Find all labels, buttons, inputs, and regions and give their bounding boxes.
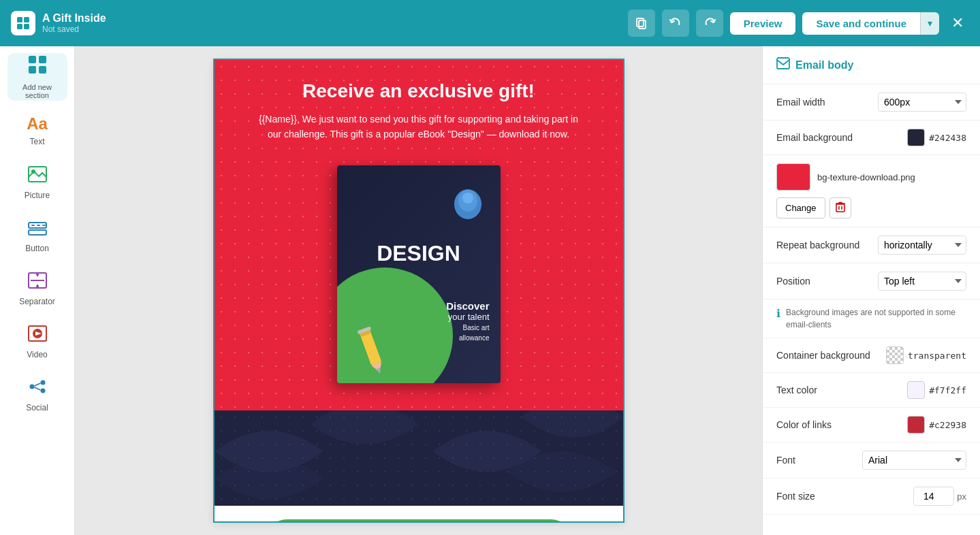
- font-size-label: Font size: [776, 491, 815, 502]
- sidebar-item-add-section[interactable]: Add newsection: [7, 53, 67, 101]
- svg-rect-2: [17, 24, 22, 29]
- email-background-control: #242438: [907, 129, 966, 146]
- app-status: Not saved: [42, 25, 106, 34]
- color-of-links-label: Color of links: [776, 419, 832, 430]
- text-color-row: Text color #f7f2ff: [763, 373, 980, 408]
- svg-rect-1: [24, 17, 29, 22]
- container-background-swatch[interactable]: [886, 346, 904, 364]
- book-container: DESIGN Discover your talent Basic artall…: [228, 159, 610, 390]
- email-dark-section[interactable]: [215, 410, 623, 506]
- font-label: Font: [776, 455, 795, 466]
- svg-rect-9: [39, 66, 46, 74]
- preview-button[interactable]: Preview: [730, 12, 796, 35]
- svg-rect-7: [39, 56, 46, 63]
- main-content: Add newsection Aa Text Picture: [0, 46, 980, 535]
- bg-image-section: bg-texture-download.png Change: [763, 155, 980, 227]
- svg-rect-14: [37, 225, 40, 226]
- font-size-unit: px: [957, 491, 966, 502]
- email-download-section[interactable]: Download: [215, 506, 623, 521]
- redo-button[interactable]: [696, 10, 723, 37]
- add-section-label: Add newsection: [22, 83, 52, 99]
- info-icon: ℹ: [776, 307, 780, 320]
- text-color-label: Text color: [776, 385, 817, 395]
- undo-button[interactable]: [662, 10, 689, 37]
- canvas-area[interactable]: Receive an exclusive gift! {{Name}}, We …: [75, 46, 762, 535]
- svg-rect-3: [24, 24, 29, 29]
- book-basic: Basic artallowance: [459, 324, 489, 342]
- sidebar-item-social[interactable]: Social: [7, 372, 67, 419]
- bg-image-actions: Change: [776, 197, 966, 218]
- social-icon: [28, 378, 47, 400]
- text-icon: Aa: [27, 114, 48, 133]
- header-left: A Gift Inside Not saved: [11, 11, 106, 35]
- book-your-talent: your talent: [448, 312, 490, 322]
- save-dropdown-button[interactable]: ▾: [920, 12, 939, 35]
- color-of-links-hex: #c22938: [929, 420, 966, 430]
- bg-change-button[interactable]: Change: [776, 197, 825, 218]
- video-label: Video: [27, 350, 47, 359]
- book-subtitle: Discover your talent Basic artallowance: [446, 300, 489, 342]
- sidebar-item-button[interactable]: Button: [7, 212, 67, 260]
- sidebar-item-video[interactable]: Video: [7, 319, 67, 366]
- svg-rect-8: [29, 66, 36, 74]
- separator-label: Separator: [19, 297, 55, 306]
- app-logo: [11, 11, 35, 35]
- close-button[interactable]: ✕: [946, 12, 969, 35]
- sidebar-item-picture[interactable]: Picture: [7, 159, 67, 207]
- color-of-links-swatch[interactable]: [907, 416, 925, 434]
- download-button[interactable]: Download: [266, 519, 571, 521]
- book-title: DESIGN: [377, 241, 460, 266]
- button-label: Button: [25, 244, 49, 253]
- video-icon: [28, 325, 47, 346]
- font-select[interactable]: Arial Georgia Helvetica Times New Roman …: [862, 451, 966, 470]
- add-section-icon: [27, 54, 48, 80]
- svg-point-34: [462, 193, 473, 204]
- email-body-text: {{Name}}, We just want to send you this …: [255, 112, 582, 142]
- position-row: Position Top left Top center Top right C…: [763, 263, 980, 299]
- copy-button[interactable]: [628, 10, 655, 37]
- rocket-icon: [449, 186, 487, 227]
- separator-icon: [28, 272, 47, 293]
- svg-rect-6: [29, 56, 36, 63]
- info-text: Background images are not supported in s…: [786, 306, 966, 331]
- email-width-select[interactable]: 600px 400px 500px 700px 800px: [878, 93, 966, 112]
- svg-rect-13: [31, 225, 35, 226]
- email-preview[interactable]: Receive an exclusive gift! {{Name}}, We …: [215, 60, 623, 521]
- book-discover: Discover: [446, 300, 489, 312]
- bg-delete-button[interactable]: [829, 197, 851, 218]
- header-right: Preview Save and continue ▾ ✕: [628, 10, 969, 37]
- font-size-input[interactable]: [913, 487, 954, 506]
- picture-icon: [28, 166, 47, 187]
- repeat-background-select[interactable]: horizontally no-repeat vertically both: [878, 236, 966, 255]
- svg-rect-4: [639, 20, 646, 29]
- font-control: Arial Georgia Helvetica Times New Roman …: [862, 451, 966, 470]
- left-sidebar: Add newsection Aa Text Picture: [0, 46, 75, 535]
- bg-image-filename: bg-texture-download.png: [817, 172, 966, 182]
- svg-point-24: [40, 389, 45, 393]
- right-panel-header: Email body: [763, 46, 980, 84]
- position-control: Top left Top center Top right Center Bot…: [878, 272, 966, 291]
- email-background-label: Email background: [776, 132, 853, 143]
- container-background-label: Container background: [776, 350, 870, 361]
- font-size-row: Font size px: [763, 479, 980, 515]
- container-background-control: transparent: [886, 346, 966, 364]
- save-button[interactable]: Save and continue: [802, 12, 920, 35]
- sidebar-item-separator[interactable]: Separator: [7, 265, 67, 313]
- email-red-section[interactable]: Receive an exclusive gift! {{Name}}, We …: [215, 60, 623, 410]
- bg-image-row: bg-texture-download.png: [776, 163, 966, 191]
- email-background-swatch[interactable]: [907, 129, 925, 146]
- svg-rect-37: [836, 204, 844, 212]
- container-background-value: transparent: [908, 351, 966, 361]
- email-background-hex: #242438: [929, 133, 966, 143]
- color-of-links-control: #c22938: [907, 416, 966, 434]
- svg-point-23: [40, 380, 45, 385]
- text-color-swatch[interactable]: [907, 381, 925, 399]
- sidebar-item-text[interactable]: Aa Text: [7, 106, 67, 154]
- email-background-row: Email background #242438: [763, 120, 980, 155]
- svg-line-26: [34, 387, 40, 390]
- right-sidebar: Email body Email width 600px 400px 500px…: [762, 46, 980, 535]
- text-color-control: #f7f2ff: [907, 381, 966, 399]
- button-icon: [28, 219, 47, 240]
- repeat-background-control: horizontally no-repeat vertically both: [878, 236, 966, 255]
- position-select[interactable]: Top left Top center Top right Center Bot…: [878, 272, 966, 291]
